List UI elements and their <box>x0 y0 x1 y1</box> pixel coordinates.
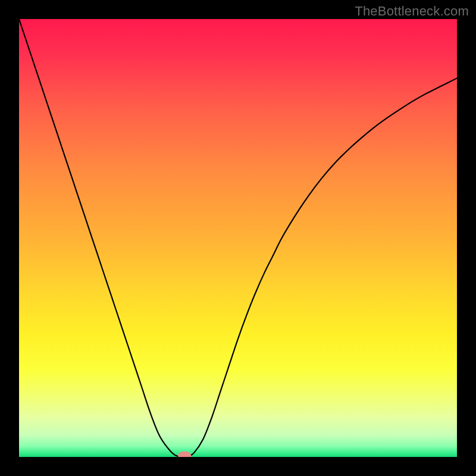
plot-area <box>19 19 457 457</box>
bottleneck-chart <box>19 19 457 457</box>
gradient-background <box>19 19 457 457</box>
chart-frame: TheBottleneck.com <box>0 0 476 476</box>
watermark-text: TheBottleneck.com <box>355 4 469 19</box>
